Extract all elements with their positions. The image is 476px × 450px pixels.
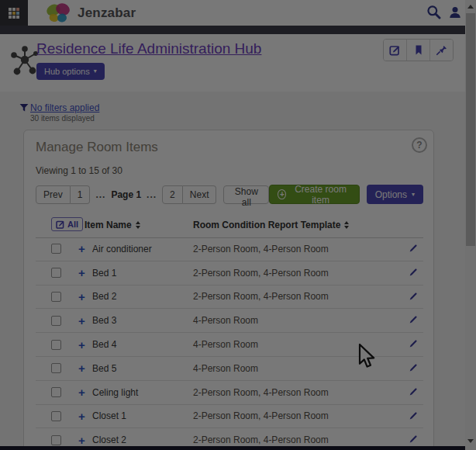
column-header-item-name[interactable]: Item Name xyxy=(85,220,140,230)
report-template-cell: 2-Person Room, 4-Person Room xyxy=(193,291,329,302)
row-checkbox[interactable] xyxy=(51,363,61,373)
expand-plus-icon[interactable]: + xyxy=(78,315,85,327)
current-page-label: Page 1 xyxy=(111,189,141,200)
row-checkbox[interactable] xyxy=(51,387,61,397)
show-all-button[interactable]: Show all xyxy=(223,185,269,204)
expand-plus-icon[interactable]: + xyxy=(78,410,85,422)
edit-hub-button[interactable] xyxy=(384,40,406,61)
report-template-cell: 2-Person Room, 4-Person Room xyxy=(193,410,329,421)
pagination-bar: Prev 1 ... Page 1 ... 2 Next Show all + … xyxy=(36,185,423,204)
room-items-table-body: + Air conditioner 2-Person Room, 4-Perso… xyxy=(36,237,423,450)
topbar-divider-band xyxy=(0,26,476,34)
hub-header: Residence Life Administration Hub Hub op… xyxy=(0,34,476,92)
edit-pencil-icon[interactable] xyxy=(407,411,418,422)
report-template-cell: 2-Person Room, 4-Person Room xyxy=(193,244,329,254)
row-checkbox[interactable] xyxy=(51,435,61,445)
prev-page-button[interactable]: Prev xyxy=(36,185,71,204)
expand-plus-icon[interactable]: + xyxy=(78,291,85,303)
chevron-down-icon: ▾ xyxy=(412,192,415,198)
report-template-cell: 4-Person Room xyxy=(193,339,258,350)
help-button[interactable]: ? xyxy=(412,137,427,153)
item-name-cell: Bed 4 xyxy=(92,339,116,350)
chevron-down-icon: ▾ xyxy=(94,68,97,74)
report-template-cell: 4-Person Room xyxy=(193,315,258,326)
pin-button[interactable] xyxy=(429,40,453,61)
report-template-cell: 4-Person Room xyxy=(193,363,258,374)
edit-pencil-icon[interactable] xyxy=(407,315,418,326)
scrollbar-thumb[interactable] xyxy=(466,13,475,246)
table-row: + Bed 5 4-Person Room xyxy=(36,357,423,381)
expand-plus-icon[interactable]: + xyxy=(78,243,85,254)
hub-options-button[interactable]: Hub options ▾ xyxy=(36,63,105,80)
row-checkbox[interactable] xyxy=(51,411,61,421)
row-checkbox[interactable] xyxy=(51,244,61,254)
expand-plus-icon[interactable]: + xyxy=(78,267,85,279)
row-checkbox[interactable] xyxy=(51,316,61,326)
vertical-scrollbar[interactable] xyxy=(465,0,476,450)
hub-action-toolbar xyxy=(383,39,454,61)
edit-pencil-icon[interactable] xyxy=(407,339,418,350)
pin-icon xyxy=(436,44,447,56)
brand-name: Jenzabar xyxy=(78,5,136,21)
next-page-button[interactable]: Next xyxy=(183,185,217,204)
expand-plus-icon[interactable]: + xyxy=(78,339,85,351)
table-row: + Bed 4 4-Person Room xyxy=(36,333,423,357)
page-1-button[interactable]: 1 xyxy=(71,185,91,204)
bottom-edge-strip xyxy=(0,446,465,450)
item-name-cell: Air conditioner xyxy=(92,244,152,254)
scroll-up-arrow[interactable] xyxy=(465,0,476,12)
search-icon[interactable] xyxy=(426,5,441,19)
brand-logo[interactable]: Jenzabar xyxy=(43,2,136,25)
create-room-item-button[interactable]: + Create room item xyxy=(269,185,359,204)
filter-bar: No filters applied 30 items displayed xyxy=(19,102,99,123)
page-title-link[interactable]: Residence Life Administration Hub xyxy=(36,40,261,57)
row-checkbox[interactable] xyxy=(51,268,61,278)
options-button[interactable]: Options ▾ xyxy=(367,185,423,204)
plus-circle-icon: + xyxy=(278,189,286,199)
table-row: + Bed 1 2-Person Room, 4-Person Room xyxy=(36,261,423,286)
sort-icon xyxy=(344,221,349,229)
edit-check-icon xyxy=(56,220,65,229)
expand-plus-icon[interactable]: + xyxy=(78,386,85,398)
edit-pencil-icon[interactable] xyxy=(407,292,418,303)
filters-link[interactable]: No filters applied xyxy=(19,102,99,113)
report-template-cell: 2-Person Room, 4-Person Room xyxy=(193,434,329,445)
edit-pencil-icon[interactable] xyxy=(407,268,418,279)
edit-pencil-icon[interactable] xyxy=(407,434,418,445)
report-template-cell: 2-Person Room, 4-Person Room xyxy=(193,268,329,279)
bookmark-button[interactable] xyxy=(406,40,429,61)
item-name-cell: Bed 2 xyxy=(92,291,116,302)
ellipsis-left: ... xyxy=(95,189,105,200)
table-row: + Closet 1 2-Person Room, 4-Person Room xyxy=(36,405,423,429)
viewing-range-text: Viewing 1 to 15 of 30 xyxy=(36,165,122,176)
page-2-button[interactable]: 2 xyxy=(162,185,183,204)
item-name-cell: Bed 3 xyxy=(92,315,116,326)
table-row: + Bed 2 2-Person Room, 4-Person Room xyxy=(36,286,423,310)
row-checkbox[interactable] xyxy=(51,340,61,350)
edit-pencil-icon[interactable] xyxy=(407,244,418,254)
manage-room-items-panel: Manage Room Items ? Viewing 1 to 15 of 3… xyxy=(23,130,434,450)
item-name-cell: Closet 1 xyxy=(92,410,126,421)
report-template-cell: 2-Person Room, 4-Person Room xyxy=(193,387,329,398)
edit-pencil-icon[interactable] xyxy=(407,387,418,398)
column-header-report-template[interactable]: Room Condition Report Template xyxy=(193,220,349,230)
edit-pencil-icon[interactable] xyxy=(407,363,418,374)
edit-check-icon xyxy=(389,44,401,56)
butterfly-logo-icon xyxy=(43,2,74,25)
filter-funnel-icon xyxy=(19,103,29,112)
expand-plus-icon[interactable]: + xyxy=(78,362,85,374)
waffle-grid-icon xyxy=(9,8,19,19)
select-all-button[interactable]: All xyxy=(51,217,83,231)
expand-plus-icon[interactable]: + xyxy=(78,434,85,446)
app-grid-button[interactable] xyxy=(0,0,28,26)
table-row: + Celing light 2-Person Room, 4-Person R… xyxy=(36,381,423,405)
table-row: + Bed 3 4-Person Room xyxy=(36,309,423,333)
row-checkbox[interactable] xyxy=(51,292,61,302)
item-name-cell: Celing light xyxy=(92,387,138,398)
user-profile-icon[interactable] xyxy=(448,5,462,19)
item-name-cell: Bed 1 xyxy=(92,268,116,279)
items-displayed-count: 30 items displayed xyxy=(30,114,99,123)
ellipsis-right: ... xyxy=(147,189,157,200)
scroll-down-arrow[interactable] xyxy=(465,434,476,447)
table-header: All Item Name Room Condition Report Temp… xyxy=(36,217,423,238)
